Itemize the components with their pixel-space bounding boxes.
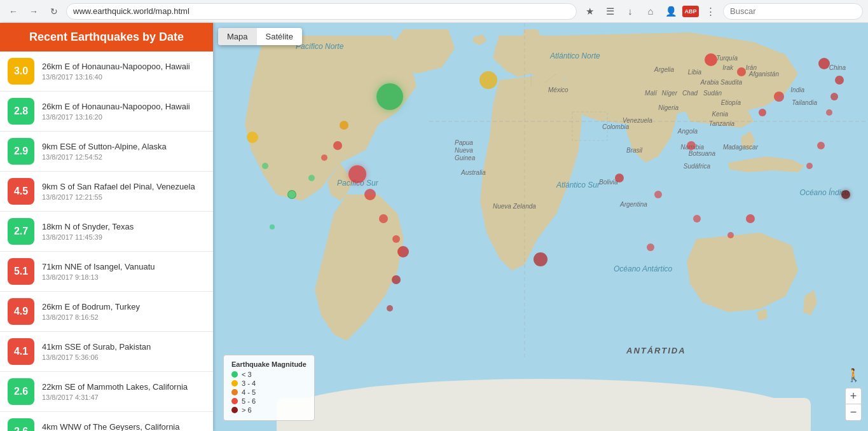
magnitude-badge: 3.0 (8, 58, 34, 85)
earthquake-info: 71km NNE of Isangel, Vanuatu 13/8/2017 9… (42, 262, 205, 282)
earthquake-list-item[interactable]: 4.9 26km E of Bodrum, Turkey 13/8/2017 8… (0, 292, 213, 332)
legend-label: > 6 (242, 406, 252, 414)
earthquake-time: 13/8/2017 5:36:06 (42, 353, 205, 361)
magnitude-badge: 5.1 (8, 258, 34, 285)
earthquake-list-item[interactable]: 2.7 18km N of Snyder, Texas 13/8/2017 11… (0, 212, 213, 252)
legend-item: < 3 (231, 371, 307, 378)
magnitude-badge: 4.5 (8, 178, 34, 205)
menu-button[interactable]: ⋮ (701, 3, 719, 20)
earthquake-location: 26km E of Honaunau-Napoopoo, Hawaii (42, 102, 205, 113)
earthquake-location: 22km SE of Mammoth Lakes, California (42, 382, 205, 393)
earthquake-info: 9km ESE of Sutton-Alpine, Alaska 13/8/20… (42, 142, 205, 161)
magnitude-badge: 2.6 (8, 378, 34, 405)
legend-dot (231, 407, 238, 413)
legend-item: > 6 (231, 406, 307, 414)
legend-dot (231, 380, 238, 387)
earthquake-list-item[interactable]: 2.9 9km ESE of Sutton-Alpine, Alaska 13/… (0, 132, 213, 172)
earthquake-info: 9km S of San Rafael del Pinal, Venezuela… (42, 182, 205, 202)
bookmark-star-button[interactable]: ★ (581, 3, 598, 20)
back-button[interactable]: ← (5, 3, 22, 20)
download-button[interactable]: ↓ (621, 3, 639, 20)
earthquake-list[interactable]: 3.0 26km E of Honaunau-Napoopoo, Hawaii … (0, 51, 213, 431)
browser-chrome: ← → ↻ ★ ☰ ↓ ⌂ 👤 ABP ⋮ (0, 0, 868, 23)
earthquake-time: 13/8/2017 12:54:52 (42, 153, 205, 161)
magnitude-badge: 4.1 (8, 338, 34, 365)
earthquake-info: 4km WNW of The Geysers, California 13/8/… (42, 422, 205, 431)
legend-label: 4 - 5 (242, 388, 256, 396)
sidebar-header: Recent Earthquakes by Date (0, 23, 213, 51)
earthquake-time: 13/8/2017 8:16:52 (42, 313, 205, 321)
earthquake-list-item[interactable]: 2.6 4km WNW of The Geysers, California 1… (0, 412, 213, 431)
sidebar: Recent Earthquakes by Date 3.0 26km E of… (0, 23, 213, 431)
legend-label: 5 - 6 (242, 397, 256, 405)
zoom-out-button[interactable]: − (845, 404, 862, 421)
legend: Earthquake Magnitude < 3 3 - 4 4 - 5 5 -… (223, 355, 315, 421)
earthquake-list-item[interactable]: 4.1 41km SSE of Surab, Pakistan 13/8/201… (0, 332, 213, 372)
map-toggle: Mapa Satélite (218, 28, 302, 45)
zoom-controls: + − (845, 388, 862, 421)
search-input[interactable] (723, 3, 863, 20)
person-icon[interactable]: 🚶 (846, 367, 862, 383)
earthquake-location: 4km WNW of The Geysers, California (42, 422, 205, 431)
magnitude-badge: 2.9 (8, 138, 34, 165)
map-container[interactable]: Pacífico Norte Atlántico Norte Pacífico … (213, 23, 868, 431)
user-button[interactable]: 👤 (662, 3, 680, 20)
legend-dot (231, 371, 238, 378)
map-background: Pacífico Norte Atlántico Norte Pacífico … (213, 23, 868, 431)
sidebar-title: Recent Earthquakes by Date (29, 31, 184, 43)
legend-item: 3 - 4 (231, 380, 307, 387)
legend-item: 5 - 6 (231, 397, 307, 405)
address-bar[interactable] (66, 3, 577, 20)
earthquake-info: 18km N of Snyder, Texas 13/8/2017 11:45:… (42, 222, 205, 242)
earthquake-list-item[interactable]: 3.0 26km E of Honaunau-Napoopoo, Hawaii … (0, 51, 213, 92)
earthquake-location: 71km NNE of Isangel, Vanuatu (42, 262, 205, 273)
legend-title: Earthquake Magnitude (231, 360, 307, 368)
earthquake-time: 13/8/2017 9:18:13 (42, 273, 205, 281)
earthquake-location: 18km N of Snyder, Texas (42, 222, 205, 233)
earthquake-location: 26km E of Bodrum, Turkey (42, 302, 205, 313)
forward-button[interactable]: → (25, 3, 42, 20)
earthquake-info: 26km E of Honaunau-Napoopoo, Hawaii 13/8… (42, 102, 205, 121)
earthquake-location: 9km ESE of Sutton-Alpine, Alaska (42, 142, 205, 153)
legend-label: < 3 (242, 371, 252, 378)
zoom-in-button[interactable]: + (845, 388, 862, 404)
earthquake-list-item[interactable]: 2.6 22km SE of Mammoth Lakes, California… (0, 372, 213, 412)
earthquake-info: 26km E of Bodrum, Turkey 13/8/2017 8:16:… (42, 302, 205, 322)
earthquake-info: 41km SSE of Surab, Pakistan 13/8/2017 5:… (42, 342, 205, 362)
mapa-button[interactable]: Mapa (218, 28, 257, 45)
legend-item: 4 - 5 (231, 388, 307, 396)
earthquake-list-item[interactable]: 4.5 9km S of San Rafael del Pinal, Venez… (0, 172, 213, 212)
main-content: Recent Earthquakes by Date 3.0 26km E of… (0, 23, 868, 431)
earthquake-info: 22km SE of Mammoth Lakes, California 13/… (42, 382, 205, 402)
legend-dot (231, 389, 238, 395)
magnitude-badge: 2.8 (8, 98, 34, 125)
home-button[interactable]: ⌂ (642, 3, 659, 20)
earthquake-time: 13/8/2017 11:45:39 (42, 233, 205, 241)
earthquake-time: 13/8/2017 13:16:20 (42, 113, 205, 121)
earthquake-time: 13/8/2017 13:16:40 (42, 73, 205, 81)
earthquake-location: 41km SSE of Surab, Pakistan (42, 342, 205, 353)
magnitude-badge: 2.6 (8, 418, 34, 431)
reload-button[interactable]: ↻ (46, 3, 62, 20)
magnitude-badge: 2.7 (8, 218, 34, 245)
svg-rect-2 (277, 398, 811, 431)
toolbar-icons: ★ ☰ ↓ ⌂ 👤 ABP ⋮ (581, 3, 719, 20)
earthquake-location: 9km S of San Rafael del Pinal, Venezuela (42, 182, 205, 193)
earthquake-time: 13/8/2017 12:21:55 (42, 193, 205, 201)
earthquake-info: 26km E of Honaunau-Napoopoo, Hawaii 13/8… (42, 62, 205, 81)
earthquake-list-item[interactable]: 5.1 71km NNE of Isangel, Vanuatu 13/8/20… (0, 252, 213, 292)
earthquake-location: 26km E of Honaunau-Napoopoo, Hawaii (42, 62, 205, 72)
satelite-button[interactable]: Satélite (257, 28, 302, 45)
earthquake-list-item[interactable]: 2.8 26km E of Honaunau-Napoopoo, Hawaii … (0, 92, 213, 132)
magnitude-badge: 4.9 (8, 298, 34, 325)
legend-label: 3 - 4 (242, 380, 256, 387)
legend-dot (231, 398, 238, 404)
adblock-button[interactable]: ABP (682, 6, 699, 17)
earthquake-time: 13/8/2017 4:31:47 (42, 393, 205, 401)
reading-list-button[interactable]: ☰ (601, 3, 619, 20)
